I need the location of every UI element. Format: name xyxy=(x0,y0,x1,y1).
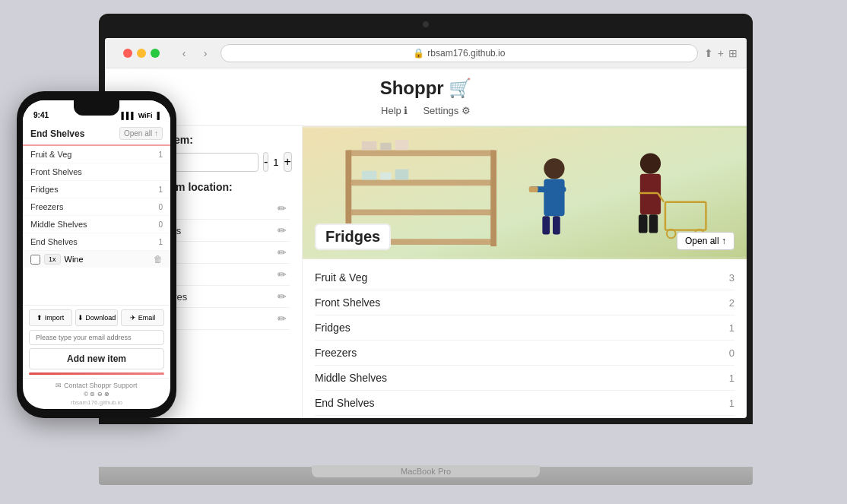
svg-rect-23 xyxy=(649,214,658,233)
iphone-category-list: Fruit & Veg1Front ShelvesFridges1Freezer… xyxy=(23,146,170,305)
svg-rect-22 xyxy=(639,214,648,233)
edit-icon[interactable]: ✏ xyxy=(278,202,287,214)
app-nav: Help ℹ Settings ⚙ xyxy=(105,99,747,122)
category-count: 2 xyxy=(729,297,734,309)
category-name: Middle Shelves xyxy=(315,372,387,384)
macbook: ‹ › 🔒 rbsam176.github.io ⬆ + ⊞ Shoppr 🛒 xyxy=(99,14,753,485)
iphone-category-row[interactable]: Front Shelves xyxy=(23,163,170,181)
iphone-notch xyxy=(74,100,119,116)
iphone-item-checkbox[interactable] xyxy=(30,255,40,265)
traffic-light-red[interactable] xyxy=(123,49,132,58)
category-row[interactable]: Front Shelves2 xyxy=(315,290,734,315)
share-icon[interactable]: ⬆ xyxy=(704,47,713,59)
category-count: 1 xyxy=(729,398,734,409)
category-count: 1 xyxy=(729,322,734,334)
iphone-email-input[interactable] xyxy=(29,330,164,345)
traffic-lights xyxy=(114,43,169,64)
edit-icon[interactable]: ✏ xyxy=(278,246,287,258)
edit-icon[interactable]: ✏ xyxy=(278,224,287,236)
url-text: rbsam176.github.io xyxy=(427,48,505,59)
iphone-category-row[interactable]: Freezers0 xyxy=(23,198,170,216)
svg-point-20 xyxy=(640,153,661,173)
iphone-email-button[interactable]: ✈ Email xyxy=(121,309,164,326)
svg-rect-2 xyxy=(347,151,495,157)
category-row[interactable]: Fruit & Veg3 xyxy=(315,265,734,290)
category-name: Fruit & Veg xyxy=(315,271,367,284)
browser-content: Shoppr 🛒 Help ℹ Settings ⚙ 1. Add an ite… xyxy=(105,68,747,418)
svg-rect-3 xyxy=(347,179,495,185)
iphone-category-count: 0 xyxy=(158,203,163,211)
browser-nav: ‹ › xyxy=(175,44,214,62)
new-tab-icon[interactable]: + xyxy=(718,47,724,59)
iphone-item-row: 1x Wine 🗑 xyxy=(23,251,170,268)
back-button[interactable]: ‹ xyxy=(175,44,193,62)
forward-button[interactable]: › xyxy=(196,44,214,62)
category-row[interactable]: Middle Shelves1 xyxy=(315,366,734,391)
traffic-light-yellow[interactable] xyxy=(137,49,146,58)
svg-rect-19 xyxy=(553,216,560,234)
iphone-category-row[interactable]: End Shelves1 xyxy=(23,233,170,251)
iphone-license-badge: © ⊜ ⊖ ⊗ xyxy=(29,391,164,398)
iphone-footer: ✉ Contact Shoppr Support © ⊜ ⊖ ⊗ rbsam17… xyxy=(23,378,170,409)
grid-icon[interactable]: ⊞ xyxy=(728,47,738,59)
iphone-category-name: End Shelves xyxy=(30,237,78,246)
browser-chrome: ‹ › 🔒 rbsam176.github.io ⬆ + ⊞ xyxy=(105,38,747,68)
iphone-contact-link[interactable]: ✉ Contact Shoppr Support xyxy=(29,382,164,389)
iphone-import-button[interactable]: ⬆ Import xyxy=(29,309,72,326)
svg-rect-4 xyxy=(347,209,495,215)
help-button[interactable]: Help ℹ xyxy=(381,105,408,116)
iphone-item-name: Wine xyxy=(65,255,150,264)
iphone-category-name: Fridges xyxy=(30,185,59,194)
svg-rect-18 xyxy=(542,216,550,234)
category-list: Fruit & Veg3Front Shelves2Fridges1Freeze… xyxy=(315,265,734,416)
app-right-panel: Fridges Open all ↑ Fruit & Veg3Front She… xyxy=(303,126,747,418)
iphone-category-name: Middle Shelves xyxy=(30,220,87,229)
category-name: Freezers xyxy=(315,347,357,359)
category-count: 3 xyxy=(729,272,734,284)
svg-rect-9 xyxy=(380,143,392,151)
category-row[interactable]: Fridges1 xyxy=(315,315,734,341)
iphone-download-button[interactable]: ⬇ Download xyxy=(75,309,119,326)
edit-icon[interactable]: ✏ xyxy=(278,290,287,303)
svg-rect-10 xyxy=(395,140,409,151)
svg-rect-11 xyxy=(362,171,376,180)
iphone-progress-bar xyxy=(29,372,164,375)
category-name: Fridges xyxy=(315,322,351,334)
traffic-light-green[interactable] xyxy=(151,49,160,58)
open-all-hero-button[interactable]: Open all ↑ xyxy=(677,232,734,250)
iphone-category-count: 0 xyxy=(158,220,163,229)
svg-rect-12 xyxy=(380,173,392,180)
iphone-add-item-button[interactable]: Add new item xyxy=(29,348,164,369)
iphone-category-name: Fruit & Veg xyxy=(30,150,71,159)
qty-plus-button[interactable]: + xyxy=(284,152,292,172)
app-header: Shoppr 🛒 Help ℹ Settings ⚙ xyxy=(105,68,747,126)
table-row: 1x Milk 🗑 xyxy=(315,416,734,418)
iphone-category-row[interactable]: Middle Shelves0 xyxy=(23,216,170,233)
edit-icon[interactable]: ✏ xyxy=(278,312,287,325)
iphone-active-category: End Shelves Open all ↑ xyxy=(23,122,170,146)
iphone-url: rbsam176.github.io xyxy=(29,399,164,406)
iphone-category-count: 1 xyxy=(158,185,163,194)
iphone-category-row[interactable]: Fruit & Veg1 xyxy=(23,146,170,163)
iphone-category-row[interactable]: Fridges1 xyxy=(23,181,170,198)
settings-button[interactable]: Settings ⚙ xyxy=(423,105,471,116)
svg-rect-15 xyxy=(544,179,564,216)
iphone-item-delete-icon[interactable]: 🗑 xyxy=(154,254,163,265)
macbook-base: MacBook Pro xyxy=(312,465,540,477)
iphone-category-items: Fruit & Veg1Front ShelvesFridges1Freezer… xyxy=(23,146,170,251)
lock-icon: 🔒 xyxy=(413,48,424,59)
category-count: 0 xyxy=(729,347,734,359)
edit-icon[interactable]: ✏ xyxy=(278,268,287,281)
macbook-camera xyxy=(423,21,429,27)
qty-minus-button[interactable]: - xyxy=(263,152,268,172)
browser-url-bar[interactable]: 🔒 rbsam176.github.io xyxy=(220,44,698,62)
iphone-open-all-button[interactable]: Open all ↑ xyxy=(119,127,163,140)
iphone-status-icons: ▌▌▌ WiFi ▐ xyxy=(122,112,160,119)
category-name: Front Shelves xyxy=(315,296,380,309)
iphone-category-name: Front Shelves xyxy=(30,167,82,176)
category-row[interactable]: End Shelves1 xyxy=(315,391,734,416)
hero-area: Fridges Open all ↑ xyxy=(303,126,747,259)
category-row[interactable]: Freezers0 xyxy=(315,341,734,366)
macbook-label: MacBook Pro xyxy=(312,465,540,476)
iphone-active-category-name: End Shelves xyxy=(30,128,84,139)
